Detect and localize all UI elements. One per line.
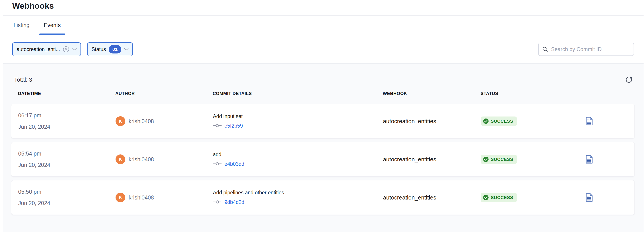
document-icon (586, 155, 593, 164)
datetime-cell: 06:17 pm Jun 20, 2024 (18, 112, 116, 130)
table-row[interactable]: 06:17 pm Jun 20, 2024 K krishi0408 Add i… (11, 104, 635, 138)
webhooks-page: Webhooks Listing Events autocreation_ent… (3, 0, 644, 233)
commit-details-cell: Add pipelines and other entities 9db4d2d (213, 190, 383, 205)
commit-id-link[interactable]: 9db4d2d (224, 199, 244, 205)
status-filter-chip[interactable]: Status 01 (87, 42, 133, 56)
table-header: DATETIME AUTHOR COMMIT DETAILS WEBHOOK S… (11, 91, 635, 96)
events-content: Total: 3 DATETIME AUTHOR COMMIT DETAILS … (3, 64, 644, 232)
tab-events-label: Events (44, 22, 60, 28)
status-label: SUCCESS (491, 157, 513, 162)
column-header-author: AUTHOR (115, 91, 213, 96)
status-label: SUCCESS (491, 195, 513, 200)
event-time: 06:17 pm (18, 112, 116, 119)
status-label: SUCCESS (491, 119, 513, 124)
page-header: Webhooks (3, 0, 644, 16)
author-cell: K krishi0408 (116, 154, 213, 164)
author-name: krishi0408 (128, 194, 154, 201)
total-count: Total: 3 (14, 77, 32, 83)
author-name: krishi0408 (128, 156, 154, 163)
datetime-cell: 05:54 pm Jun 20, 2024 (18, 150, 116, 168)
status-cell: SUCCESS (481, 117, 586, 126)
webhook-filter-chip[interactable]: autocreation_enti... (12, 42, 81, 56)
column-header-status: STATUS (480, 91, 586, 96)
search-input[interactable] (551, 46, 630, 52)
commit-message: Add pipelines and other entities (213, 190, 383, 196)
tab-events[interactable]: Events (39, 16, 65, 35)
tab-listing[interactable]: Listing (9, 16, 34, 35)
commit-details-cell: add e4b03dd (213, 152, 383, 167)
clear-filter-icon[interactable] (63, 46, 70, 53)
table-row[interactable]: 05:54 pm Jun 20, 2024 K krishi0408 add (11, 142, 635, 177)
author-name: krishi0408 (128, 118, 154, 124)
check-circle-icon (483, 195, 489, 200)
commit-message: Add input set (213, 113, 383, 119)
event-time: 05:50 pm (18, 189, 116, 195)
chevron-down-icon[interactable] (124, 48, 129, 51)
status-cell: SUCCESS (481, 155, 586, 164)
document-icon (586, 117, 593, 126)
webhook-name: autocreation_entities (383, 194, 481, 201)
webhook-name: autocreation_entities (383, 156, 481, 163)
commit-message: add (213, 152, 383, 158)
avatar: K (116, 193, 125, 202)
event-date: Jun 20, 2024 (18, 200, 116, 206)
page-title: Webhooks (12, 1, 54, 11)
payload-details-button[interactable] (586, 155, 628, 164)
commit-details-cell: Add input set e5f2b59 (213, 113, 383, 129)
document-icon (586, 193, 593, 202)
webhook-name: autocreation_entities (383, 118, 481, 125)
status-badge: SUCCESS (481, 117, 517, 126)
event-date: Jun 20, 2024 (18, 162, 116, 168)
check-circle-icon (483, 118, 489, 124)
column-header-webhook: WEBHOOK (383, 91, 480, 96)
tab-bar: Listing Events (3, 16, 644, 35)
status-cell: SUCCESS (481, 193, 586, 202)
status-badge: SUCCESS (481, 193, 517, 202)
payload-details-button[interactable] (586, 117, 628, 126)
check-circle-icon (483, 156, 489, 162)
content-toolbar: Total: 3 (11, 64, 634, 84)
avatar: K (116, 116, 125, 126)
payload-details-button[interactable] (586, 193, 628, 202)
avatar: K (116, 154, 125, 164)
refresh-button[interactable] (625, 76, 633, 84)
status-badge: SUCCESS (481, 155, 517, 164)
status-filter-label: Status (92, 46, 106, 52)
column-header-commit-details: COMMIT DETAILS (213, 91, 383, 96)
status-filter-count-badge: 01 (109, 45, 121, 54)
event-date: Jun 20, 2024 (18, 124, 116, 130)
commit-icon (213, 200, 222, 205)
commit-icon (213, 123, 222, 129)
author-cell: K krishi0408 (116, 116, 213, 126)
search-icon (542, 46, 548, 52)
column-header-datetime: DATETIME (18, 91, 115, 96)
tab-listing-label: Listing (14, 22, 30, 28)
commit-id-link[interactable]: e4b03dd (224, 161, 244, 167)
webhook-filter-label: autocreation_enti... (17, 46, 60, 52)
table-row[interactable]: 05:50 pm Jun 20, 2024 K krishi0408 Add p… (11, 180, 635, 215)
filter-bar: autocreation_enti... Status 01 (3, 35, 644, 64)
author-cell: K krishi0408 (116, 193, 213, 202)
commit-id-link[interactable]: e5f2b59 (224, 123, 243, 129)
event-time: 05:54 pm (18, 150, 116, 157)
chevron-down-icon[interactable] (72, 48, 77, 51)
commit-icon (213, 161, 222, 167)
search-box (538, 43, 634, 56)
datetime-cell: 05:50 pm Jun 20, 2024 (18, 189, 116, 206)
